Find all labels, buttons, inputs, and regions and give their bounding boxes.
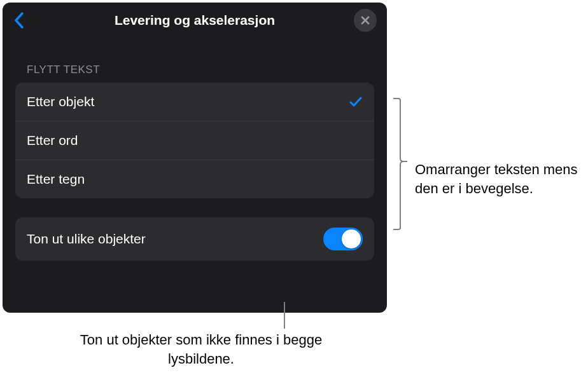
header: Levering og akselerasjon (3, 3, 387, 38)
fade-toggle-switch[interactable] (323, 228, 363, 250)
option-label: Etter objekt (27, 94, 94, 109)
annotation-fade: Ton ut objekter som ikke finnes i begge … (67, 331, 335, 368)
fade-toggle-row: Ton ut ulike objekter (15, 217, 374, 261)
chevron-left-icon (13, 11, 25, 29)
back-button[interactable] (10, 11, 28, 29)
checkmark-icon (349, 95, 363, 109)
toggle-group: Ton ut ulike objekter (15, 217, 374, 261)
annotation-reorder: Omarranger teksten mens den er i bevegel… (415, 160, 587, 198)
settings-panel: Levering og akselerasjon FLYTT TEKST Ett… (3, 3, 387, 313)
callout-line (284, 302, 285, 329)
option-by-character[interactable]: Etter tegn (15, 160, 374, 198)
page-title: Levering og akselerasjon (115, 13, 275, 28)
toggle-label: Ton ut ulike objekter (27, 231, 146, 247)
option-by-object[interactable]: Etter objekt (15, 83, 374, 121)
toggle-knob (342, 229, 361, 249)
section-label: FLYTT TEKST (27, 64, 374, 76)
close-icon (360, 15, 370, 25)
callout-bracket (392, 97, 409, 231)
text-move-options: Etter objekt Etter ord Etter tegn (15, 83, 374, 198)
content-area: FLYTT TEKST Etter objekt Etter ord Etter… (3, 38, 387, 261)
option-label: Etter tegn (27, 172, 85, 187)
option-label: Etter ord (27, 133, 78, 148)
option-by-word[interactable]: Etter ord (15, 121, 374, 160)
close-button[interactable] (354, 9, 377, 32)
